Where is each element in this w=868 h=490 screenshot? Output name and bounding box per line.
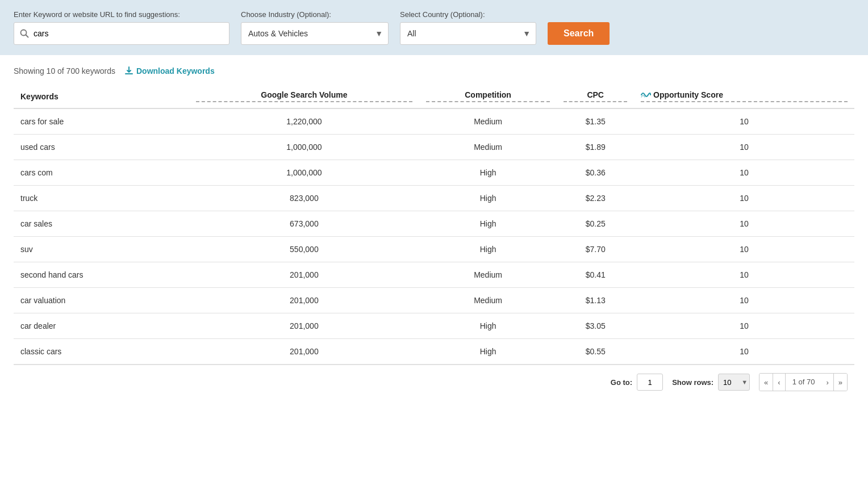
showrows-label: Show rows: [672,378,713,387]
search-button[interactable]: Search [548,22,610,45]
table-row: suv 550,000 High $7.70 10 [14,237,854,262]
last-page-button[interactable]: » [834,374,847,391]
table-row: truck 823,000 High $2.23 10 [14,186,854,211]
cell-opportunity: 10 [634,288,854,313]
cell-keyword: car valuation [14,288,189,313]
next-page-button[interactable]: › [821,374,833,391]
table-row: car dealer 201,000 High $3.05 10 [14,313,854,339]
cell-opportunity: 10 [634,211,854,237]
col-volume: Google Search Volume [189,85,419,108]
industry-select[interactable]: All Industries Autos & Vehicles Business… [241,22,389,45]
cell-cpc: $1.35 [557,108,634,135]
waves-icon [641,91,651,98]
cell-volume: 201,000 [189,262,419,288]
search-icon [20,29,29,38]
industry-label: Choose Industry (Optional): [241,10,389,19]
cell-volume: 1,220,000 [189,108,419,135]
col-keywords: Keywords [14,85,189,108]
cell-opportunity: 10 [634,313,854,339]
goto-group: Go to: [611,374,663,391]
cell-cpc: $0.41 [557,262,634,288]
showrows-group: Show rows: 5 10 25 50 100 ▼ [672,374,750,391]
cell-keyword: classic cars [14,339,189,365]
cell-opportunity: 10 [634,135,854,160]
cell-competition: High [419,211,557,237]
prev-page-button[interactable]: ‹ [773,374,785,391]
cell-keyword: cars com [14,160,189,186]
col-cpc: CPC [557,85,634,108]
cell-volume: 1,000,000 [189,160,419,186]
cell-keyword: car dealer [14,313,189,339]
download-icon [124,66,133,76]
page-info: 1 of 70 [786,374,822,391]
cell-competition: High [419,313,557,339]
cell-volume: 201,000 [189,288,419,313]
cell-volume: 1,000,000 [189,135,419,160]
showrows-select[interactable]: 5 10 25 50 100 [718,374,750,391]
table-header-row: Keywords Google Search Volume Competitio… [14,85,854,108]
keywords-table: Keywords Google Search Volume Competitio… [14,85,854,365]
cell-cpc: $2.23 [557,186,634,211]
cell-competition: Medium [419,108,557,135]
cell-opportunity: 10 [634,108,854,135]
goto-input[interactable] [637,374,663,391]
col-competition: Competition [419,85,557,108]
summary-row: Showing 10 of 700 keywords Download Keyw… [14,66,854,76]
keyword-input[interactable] [34,29,223,38]
country-select-wrap: All United States United Kingdom Canada … [400,22,536,45]
cell-competition: High [419,186,557,211]
cell-keyword: car sales [14,211,189,237]
industry-group: Choose Industry (Optional): All Industri… [241,10,389,45]
country-group: Select Country (Optional): All United St… [400,10,536,45]
cell-cpc: $1.89 [557,135,634,160]
cell-cpc: $3.05 [557,313,634,339]
goto-label: Go to: [611,378,632,387]
showrows-select-wrap: 5 10 25 50 100 ▼ [718,374,750,391]
cell-keyword: truck [14,186,189,211]
cell-volume: 201,000 [189,339,419,365]
cell-keyword: second hand cars [14,262,189,288]
cell-cpc: $7.70 [557,237,634,262]
table-row: second hand cars 201,000 Medium $0.41 10 [14,262,854,288]
cell-keyword: cars for sale [14,108,189,135]
table-row: used cars 1,000,000 Medium $1.89 10 [14,135,854,160]
download-keywords-link[interactable]: Download Keywords [124,66,215,76]
cell-competition: Medium [419,262,557,288]
cell-opportunity: 10 [634,186,854,211]
cell-opportunity: 10 [634,237,854,262]
cell-competition: Medium [419,135,557,160]
table-row: car valuation 201,000 Medium $1.13 10 [14,288,854,313]
table-row: classic cars 201,000 High $0.55 10 [14,339,854,365]
cell-opportunity: 10 [634,262,854,288]
table-row: cars com 1,000,000 High $0.36 10 [14,160,854,186]
summary-text: Showing 10 of 700 keywords [14,66,115,76]
cell-competition: High [419,339,557,365]
keyword-input-wrap [14,22,229,45]
cell-volume: 823,000 [189,186,419,211]
cell-volume: 550,000 [189,237,419,262]
search-bar: Enter Keyword or website URL to find sug… [0,0,868,55]
svg-line-1 [26,35,28,37]
keyword-group: Enter Keyword or website URL to find sug… [14,10,229,45]
cell-keyword: used cars [14,135,189,160]
table-row: cars for sale 1,220,000 Medium $1.35 10 [14,108,854,135]
cell-cpc: $0.36 [557,160,634,186]
cell-volume: 673,000 [189,211,419,237]
keyword-label: Enter Keyword or website URL to find sug… [14,10,229,19]
cell-keyword: suv [14,237,189,262]
content-area: Showing 10 of 700 keywords Download Keyw… [0,55,868,411]
cell-opportunity: 10 [634,160,854,186]
country-label: Select Country (Optional): [400,10,536,19]
page-navigation: « ‹ 1 of 70 › » [759,373,848,391]
table-row: car sales 673,000 High $0.25 10 [14,211,854,237]
cell-cpc: $0.25 [557,211,634,237]
industry-select-wrap: All Industries Autos & Vehicles Business… [241,22,389,45]
cell-opportunity: 10 [634,339,854,365]
cell-cpc: $1.13 [557,288,634,313]
col-opportunity: Opportunity Score [634,85,854,108]
pagination-row: Go to: Show rows: 5 10 25 50 100 ▼ « ‹ 1… [14,365,854,399]
first-page-button[interactable]: « [760,374,773,391]
country-select[interactable]: All United States United Kingdom Canada … [400,22,536,45]
cell-competition: High [419,160,557,186]
cell-volume: 201,000 [189,313,419,339]
